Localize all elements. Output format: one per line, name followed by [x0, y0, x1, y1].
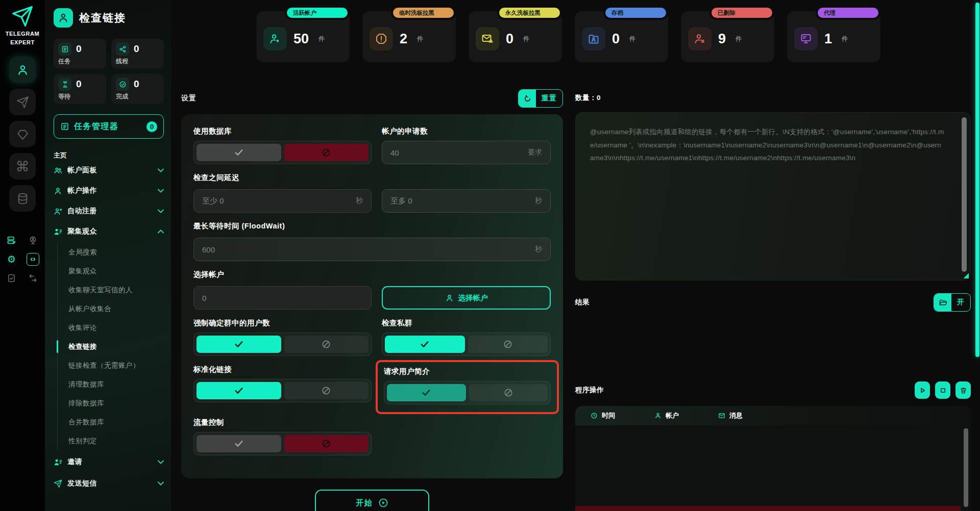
- card-archived: 存档 0 件: [575, 11, 668, 62]
- start-button[interactable]: 开始: [315, 490, 429, 511]
- force-users-toggle: [193, 333, 372, 356]
- chevron-down-icon: [158, 209, 164, 213]
- card-unit: 件: [523, 35, 529, 43]
- resize-handle-icon[interactable]: [963, 272, 969, 278]
- check-private-yes-button[interactable]: [385, 336, 465, 353]
- delay-max-input[interactable]: 至多 0 秒: [382, 189, 551, 213]
- stat-waiting: 0 等待: [54, 74, 106, 104]
- check-private-toggle: [382, 333, 551, 356]
- task-manager-button[interactable]: 任务管理器 0: [54, 114, 164, 139]
- clear-log-button[interactable]: [955, 381, 971, 399]
- rail-send-button[interactable]: [9, 89, 36, 115]
- rail-command-button[interactable]: ⌘: [9, 153, 36, 180]
- card-unit: 件: [842, 35, 848, 43]
- folder-icon: [934, 294, 951, 311]
- textarea-scrollbar[interactable]: [962, 117, 967, 272]
- sidebar-item-home[interactable]: 主页: [54, 151, 164, 160]
- submenu-item-collect-comments[interactable]: 收集评论: [68, 318, 164, 337]
- open-result-button[interactable]: 开: [934, 293, 971, 312]
- mail-icon: [718, 412, 725, 419]
- database-icon: [16, 192, 29, 205]
- gear-icon[interactable]: ⚙: [5, 253, 18, 266]
- person-list-icon: [54, 227, 62, 236]
- select-accounts-button[interactable]: 选择帐户: [382, 286, 551, 310]
- task-stats: 0 任务 0 线程 0 等待 0: [54, 39, 164, 104]
- document-check-icon[interactable]: [5, 272, 18, 285]
- person-camera-icon[interactable]: [27, 234, 39, 247]
- check-icon: [421, 388, 431, 398]
- check-icon: [234, 386, 244, 396]
- accounts-count-input[interactable]: 0: [193, 286, 372, 310]
- card-value: 0: [506, 32, 513, 46]
- normalize-no-button[interactable]: [284, 382, 369, 399]
- task-manager-icon: [60, 122, 69, 131]
- use-db-yes-button[interactable]: [197, 144, 281, 161]
- server-check-icon[interactable]: [5, 234, 18, 247]
- status-badge: 活跃帐户: [285, 6, 350, 20]
- reset-button[interactable]: 重置: [518, 89, 563, 108]
- submenu-item-gender-detect[interactable]: 性别判定: [68, 431, 164, 450]
- swap-icon[interactable]: [27, 272, 39, 285]
- traffic-no-button[interactable]: [284, 435, 369, 452]
- slash-icon: [503, 339, 513, 349]
- sidebar-item-gather-audience[interactable]: 聚集观众: [54, 221, 164, 242]
- seconds-suffix: 秒: [535, 245, 542, 254]
- log-table-header: 时间 帐户 消息: [575, 406, 971, 425]
- log-col-time: 时间: [591, 411, 654, 420]
- force-users-no-button[interactable]: [284, 336, 369, 353]
- chevron-up-icon: [158, 229, 164, 234]
- rail-premium-button[interactable]: [9, 121, 36, 147]
- sidebar-item-send-sms[interactable]: 发送短信: [54, 473, 164, 494]
- submenu-item-merge-database[interactable]: 合并数据库: [68, 413, 164, 431]
- task-manager-label: 任务管理器: [74, 121, 119, 132]
- request-bio-yes-button[interactable]: [387, 384, 466, 401]
- rail-accounts-button[interactable]: [9, 57, 36, 83]
- check-private-label: 检查私群: [382, 318, 551, 328]
- sidebar-item-account-panel[interactable]: 帐户面板: [54, 160, 164, 181]
- use-db-label: 使用数据库: [193, 126, 372, 136]
- page-scrollbar[interactable]: [975, 3, 979, 357]
- page-header: 检查链接: [54, 8, 164, 28]
- log-table-scrollbar[interactable]: [964, 428, 968, 507]
- check-icon: [234, 339, 244, 349]
- user-x-icon: [688, 27, 712, 50]
- check-private-no-button[interactable]: [468, 336, 548, 353]
- use-db-no-button[interactable]: [284, 144, 369, 161]
- sidebar-item-account-actions[interactable]: 帐户操作: [54, 181, 164, 201]
- rail-database-button[interactable]: [9, 185, 36, 212]
- code-window-icon[interactable]: [27, 253, 39, 266]
- submenu-item-clean-database[interactable]: 清理数据库: [68, 375, 164, 394]
- slash-icon: [321, 147, 331, 158]
- stop-icon: [939, 387, 947, 394]
- submenu-item-exclude-database[interactable]: 排除数据库: [68, 394, 164, 413]
- submenu-item-check-links[interactable]: 检查链接: [68, 337, 164, 356]
- requests-input[interactable]: 40 要求: [382, 141, 551, 164]
- request-bio-no-button[interactable]: [469, 384, 548, 401]
- submenu-item-collect-chat-writers[interactable]: 收集聊天室写信的人: [68, 280, 164, 299]
- traffic-yes-button[interactable]: [197, 435, 281, 452]
- sidebar-item-invite[interactable]: 邀请: [54, 451, 164, 473]
- card-temp-banned: 临时洗板拉黑 2 件: [362, 11, 456, 62]
- stop-button[interactable]: [935, 381, 950, 399]
- submenu-item-gather-audience[interactable]: 聚集观众: [68, 262, 164, 280]
- requests-value: 40: [390, 148, 399, 157]
- stat-done: 0 完成: [111, 74, 164, 104]
- links-textarea[interactable]: @username列表或指向频道和组的链接，每个都有一个新行。\N支持的格式：'…: [575, 112, 971, 280]
- task-manager-badge: 0: [146, 121, 157, 132]
- user-heart-icon: [263, 27, 287, 50]
- clock-icon: [591, 412, 598, 419]
- sidebar-item-auto-register[interactable]: 自动注册: [54, 201, 164, 221]
- delay-min-input[interactable]: 至少 0 秒: [193, 189, 372, 213]
- submenu-item-global-search[interactable]: 全局搜索: [68, 243, 164, 262]
- force-users-yes-button[interactable]: [197, 336, 281, 353]
- card-unit: 件: [417, 35, 423, 43]
- run-button[interactable]: [915, 381, 930, 399]
- normalize-yes-button[interactable]: [197, 382, 281, 399]
- floodwait-input[interactable]: 600 秒: [193, 238, 551, 261]
- seconds-suffix: 秒: [356, 196, 363, 206]
- request-bio-highlight: 请求用户简介: [376, 360, 559, 414]
- delay-max-placeholder: 至多 0: [390, 196, 412, 206]
- submenu-item-check-links-no-account[interactable]: 链接检查（无需账户）: [68, 356, 164, 375]
- submenu-item-collect-from-accounts[interactable]: 从帐户收集合: [68, 299, 164, 318]
- request-bio-label: 请求用户简介: [384, 367, 551, 376]
